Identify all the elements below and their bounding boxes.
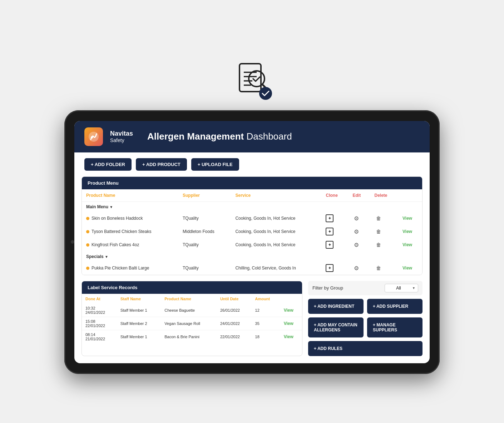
action-btn-row-2: + ADD MAY CONTAIN ALLERGENS + MANAGE SUP… xyxy=(308,317,423,337)
upload-file-button[interactable]: + UPLOAD FILE xyxy=(191,158,239,171)
manage-suppliers-button[interactable]: + MANAGE SUPPLIERS xyxy=(367,317,423,337)
title-bold: Allergen Management xyxy=(147,131,244,142)
add-ingredient-button[interactable]: + ADD INGREDIENT xyxy=(308,299,364,314)
amount-cell: 18 xyxy=(252,330,280,343)
clone-cell: + xyxy=(321,212,348,225)
action-panel: Filter by Group All Main Menu Specials +… xyxy=(308,281,423,356)
col-view-label xyxy=(280,294,302,304)
delete-cell xyxy=(370,262,399,275)
view-link[interactable]: View xyxy=(402,242,412,247)
add-rules-button[interactable]: + ADD RULES xyxy=(308,341,423,356)
tablet-screen: Navitas Safety Allergen Management Dashb… xyxy=(74,121,430,363)
product-menu-header: Product Menu xyxy=(82,177,422,189)
edit-button[interactable] xyxy=(352,264,360,272)
amount-cell: 12 xyxy=(252,304,280,317)
edit-button[interactable] xyxy=(352,214,360,223)
clone-cell: + xyxy=(321,238,348,252)
list-item: 10:3224/01/2022 Staff Member 1 Cheese Ba… xyxy=(82,304,302,317)
view-cell: View xyxy=(280,317,302,330)
group-main-menu[interactable]: Main Menu ▼ xyxy=(82,201,422,212)
product-table: Product Name Supplier Service Clone Edit… xyxy=(82,189,422,275)
filter-label: Filter by Group xyxy=(312,285,382,291)
add-may-contain-button[interactable]: + ADD MAY CONTAIN ALLERGENS xyxy=(308,317,364,337)
clone-button[interactable]: + xyxy=(326,214,333,222)
page-title: Allergen Management Dashboard xyxy=(147,131,292,142)
filter-row: Filter by Group All Main Menu Specials xyxy=(308,281,423,295)
view-link[interactable]: View xyxy=(402,229,412,234)
col-done-at: Done At xyxy=(82,294,117,304)
staff-cell: Staff Member 1 xyxy=(117,304,161,317)
done-at-cell: 15:0822/01/2022 xyxy=(82,317,117,330)
navitas-logo xyxy=(87,130,100,143)
table-row: Skin on Boneless Haddock TQuality Cookin… xyxy=(82,212,422,225)
delete-button[interactable] xyxy=(375,215,382,222)
col-service: Service xyxy=(231,189,321,202)
logo-box xyxy=(84,127,103,146)
app-header: Navitas Safety Allergen Management Dashb… xyxy=(74,121,430,152)
col-until-date: Until Date xyxy=(217,294,252,304)
list-item: 08:1421/01/2022 Staff Member 1 Bacon & B… xyxy=(82,330,302,343)
service-cell: Chilling, Cold Service, Goods In xyxy=(231,262,321,275)
delete-button[interactable] xyxy=(375,264,382,272)
record-view-link[interactable]: View xyxy=(284,321,293,326)
view-cell: View xyxy=(398,238,422,252)
svg-rect-0 xyxy=(239,64,261,92)
service-cell: Cooking, Goods In, Hot Service xyxy=(231,225,321,238)
action-btn-row-1: + ADD INGREDIENT + ADD SUPPLIER xyxy=(308,299,423,314)
view-cell: View xyxy=(280,330,302,343)
title-light: Dashboard xyxy=(244,131,292,142)
product-cell: Vegan Sausage Roll xyxy=(161,317,217,330)
supplier-cell: TQuality xyxy=(178,212,231,225)
delete-button[interactable] xyxy=(375,228,382,235)
clone-button[interactable]: + xyxy=(326,264,333,272)
allergen-dashboard-icon xyxy=(229,57,275,103)
product-cell: Bacon & Brie Panini xyxy=(161,330,217,343)
list-item: 15:0822/01/2022 Staff Member 2 Vegan Sau… xyxy=(82,317,302,330)
view-cell: View xyxy=(280,304,302,317)
delete-button[interactable] xyxy=(375,241,382,248)
tablet-camera xyxy=(71,240,74,244)
delete-cell xyxy=(370,238,399,252)
add-supplier-button[interactable]: + ADD SUPPLIER xyxy=(367,299,423,314)
clone-cell: + xyxy=(321,225,348,238)
clone-cell: + xyxy=(321,262,348,275)
add-product-button[interactable]: + ADD PRODUCT xyxy=(136,158,187,171)
col-product-name: Product Name xyxy=(82,189,178,202)
edit-button[interactable] xyxy=(352,228,360,236)
label-service-header: Label Service Records xyxy=(82,281,302,294)
col-product-name: Product Name xyxy=(161,294,217,304)
done-at-cell: 10:3224/01/2022 xyxy=(82,304,117,317)
until-cell: 24/01/2022 xyxy=(217,317,252,330)
edit-cell xyxy=(348,212,370,225)
view-link[interactable]: View xyxy=(402,266,412,271)
delete-cell xyxy=(370,225,399,238)
svg-point-9 xyxy=(91,136,93,138)
brand-sub: Safety xyxy=(110,137,133,143)
col-clone: Clone xyxy=(321,189,348,202)
filter-select[interactable]: All Main Menu Specials xyxy=(385,284,418,292)
record-view-link[interactable]: View xyxy=(284,308,293,313)
clone-button[interactable]: + xyxy=(326,228,333,235)
add-folder-button[interactable]: + ADD FOLDER xyxy=(84,158,132,171)
service-cell: Cooking, Goods In, Hot Service xyxy=(231,238,321,252)
group-specials[interactable]: Specials ▼ xyxy=(82,252,422,262)
edit-button[interactable] xyxy=(352,241,360,249)
brand-name: Navitas xyxy=(110,130,133,138)
done-at-cell: 08:1421/01/2022 xyxy=(82,330,117,343)
edit-cell xyxy=(348,238,370,252)
product-name-cell: Pukka Pie Chicken Balti Large xyxy=(82,262,178,275)
col-amount: Amount xyxy=(252,294,280,304)
bottom-panels: Label Service Records Done At Staff Name… xyxy=(81,281,423,356)
col-view xyxy=(398,189,422,202)
edit-cell xyxy=(348,262,370,275)
product-table-wrapper: Product Name Supplier Service Clone Edit… xyxy=(82,189,422,275)
col-delete: Delete xyxy=(370,189,399,202)
staff-cell: Staff Member 1 xyxy=(117,330,161,343)
view-link[interactable]: View xyxy=(402,216,412,221)
record-view-link[interactable]: View xyxy=(284,334,293,339)
col-edit: Edit xyxy=(348,189,370,202)
until-cell: 26/01/2022 xyxy=(217,304,252,317)
clone-button[interactable]: + xyxy=(326,241,333,249)
table-row: Pukka Pie Chicken Balti Large TQuality C… xyxy=(82,262,422,275)
amount-cell: 35 xyxy=(252,317,280,330)
